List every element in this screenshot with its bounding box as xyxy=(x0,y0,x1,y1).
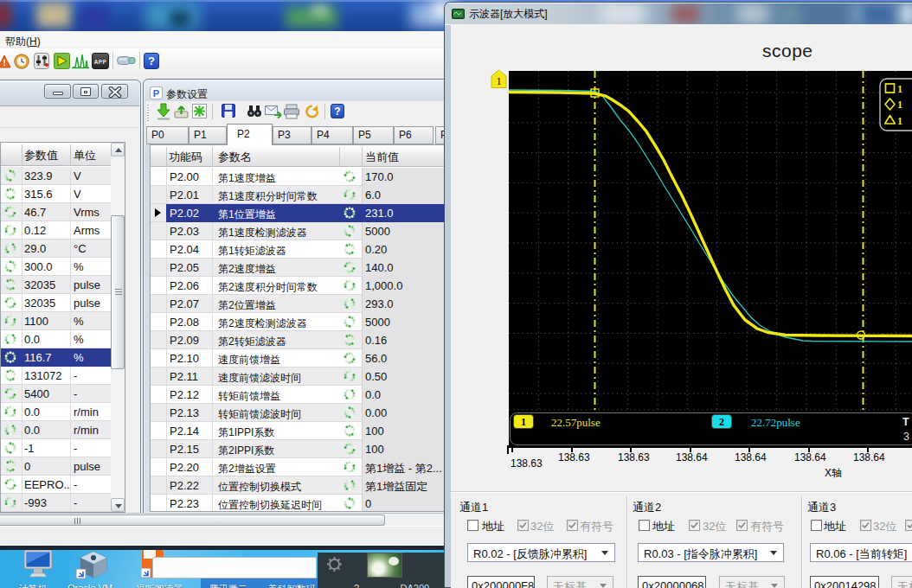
svg-text:1: 1 xyxy=(897,83,902,95)
svg-text:1: 1 xyxy=(497,76,502,86)
svg-text:1: 1 xyxy=(897,115,902,127)
svg-text:1: 1 xyxy=(897,99,902,111)
